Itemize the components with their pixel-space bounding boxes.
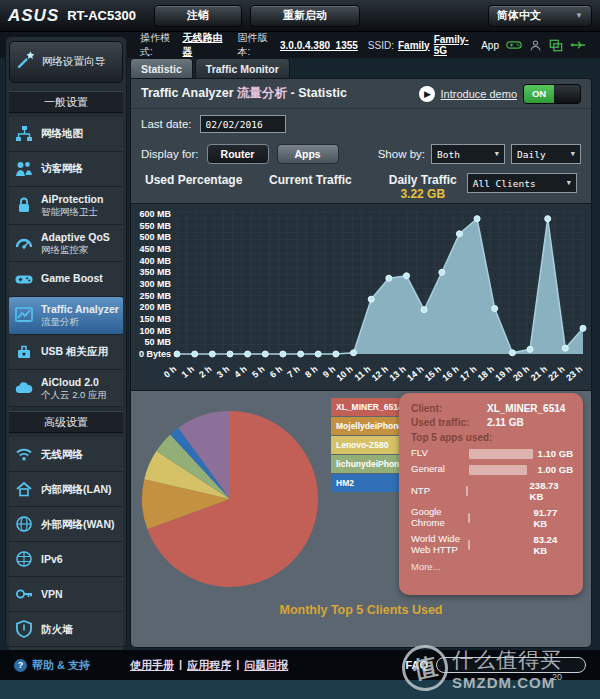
faq-search-input[interactable] <box>436 657 586 673</box>
app-name: World Wide Web HTTP <box>411 534 468 556</box>
title-row: Traffic Analyzer 流量分析 - Statistic ▶ Intr… <box>131 79 591 109</box>
sidebar-item-shield-lock[interactable]: AiProtection智能网络卫士 <box>9 187 123 225</box>
footer-bar: ? 帮助 & 支持 使用手册|应用程序|问题回报 FAQ <box>0 650 600 680</box>
app-usage-value: 1.10 GB <box>538 448 573 459</box>
sidebar-item-label: 访客网络 <box>41 162 83 175</box>
app-usage-value: 83.24 KB <box>533 534 573 556</box>
chevron-down-icon: ▼ <box>567 179 571 187</box>
sidebar-item-usb-apps[interactable]: USB 相关应用 <box>9 335 123 370</box>
sidebar-item-label: AiProtection智能网络卫士 <box>41 193 103 218</box>
sidebar-item-traffic-chart[interactable]: Traffic Analyzer流量分析 <box>9 297 123 335</box>
app-usage-bar <box>469 449 535 459</box>
usb-icon[interactable] <box>570 39 586 51</box>
app-usage-bar <box>469 465 535 475</box>
footer-link-0[interactable]: 使用手册 <box>130 658 174 673</box>
pie-caption: Monthly Top 5 Clients Used <box>131 603 591 617</box>
introduce-demo-link[interactable]: Introduce demo <box>441 88 517 100</box>
main-panel: Traffic Analyzer 流量分析 - Statistic ▶ Intr… <box>130 78 592 648</box>
sidebar-item-firewall[interactable]: 防火墙 <box>9 612 123 647</box>
clients-pie-chart[interactable] <box>133 399 333 603</box>
display-for-row: Display for: Router Apps Show by: Both▼ … <box>131 139 591 169</box>
hourly-traffic-area-chart[interactable]: 600 MB550 MB500 MB450 MB400 MB350 MB300 … <box>131 203 591 391</box>
used-percentage-col[interactable]: Used Percentage <box>145 173 269 187</box>
svg-text:550 MB: 550 MB <box>139 221 171 231</box>
demo-controls: ▶ Introduce demo ON <box>419 84 581 104</box>
ssid-link-1[interactable]: Family <box>398 40 430 51</box>
language-select[interactable]: 简体中文 ▼ <box>488 5 592 27</box>
legend-item-0[interactable]: XL_MINER_6514 <box>331 398 405 416</box>
tab-traffic-monitor[interactable]: Traffic Monitor <box>195 58 290 78</box>
lan-icon <box>13 478 35 500</box>
link-separator: | <box>236 658 239 673</box>
last-date-input[interactable] <box>200 115 286 133</box>
app-usage-bar <box>466 486 529 496</box>
sidebar-general-menu: 网络地图访客网络AiProtection智能网络卫士Adaptive QoS网络… <box>9 117 123 407</box>
sidebar-item-wifi[interactable]: 无线网络 <box>9 437 123 472</box>
app-usage-row: FLV1.10 GB <box>411 448 573 459</box>
analyzer-toggle[interactable]: ON <box>523 84 581 104</box>
page-title-suffix: - Statistic <box>287 86 347 100</box>
firmware-link[interactable]: 3.0.0.4.380_1355 <box>280 40 358 51</box>
more-link[interactable]: More... <box>411 561 573 572</box>
advanced-settings-header: 高级设置 <box>9 411 123 433</box>
app-usage-value: 238.73 KB <box>530 480 573 502</box>
footer-link-2[interactable]: 问题回报 <box>244 658 288 673</box>
sidebar-item-wan[interactable]: 外部网络(WAN) <box>9 507 123 542</box>
current-traffic-col[interactable]: Current Traffic <box>269 173 379 187</box>
sidebar-item-network-map[interactable]: 网络地图 <box>9 117 123 152</box>
language-label: 简体中文 <box>497 8 541 23</box>
clients-select[interactable]: All Clients▼ <box>467 173 577 193</box>
svg-text:0 Bytes: 0 Bytes <box>139 349 171 359</box>
router-button[interactable]: Router <box>207 144 269 164</box>
show-by-group: Show by: Both▼ Daily▼ <box>378 144 581 164</box>
sidebar-item-guest-network[interactable]: 访客网络 <box>9 152 123 187</box>
legend-item-2[interactable]: Lenovo-Z580 <box>331 436 405 454</box>
op-mode-link[interactable]: 无线路由器 <box>183 31 228 59</box>
ipv6-icon <box>13 548 35 570</box>
sidebar-item-gauge[interactable]: Adaptive QoS网络监控家 <box>9 225 123 263</box>
toggle-knob <box>554 85 580 103</box>
sidebar-item-gamepad[interactable]: Game Boost <box>9 262 123 297</box>
cloud-icon <box>13 377 35 399</box>
play-icon[interactable]: ▶ <box>419 86 435 102</box>
legend-item-3[interactable]: lichunydeiPhone <box>331 455 405 473</box>
sidebar-item-lan[interactable]: 内部网络(LAN) <box>9 472 123 507</box>
sidebar-item-cloud[interactable]: AiCloud 2.0个人云 2.0 应用 <box>9 370 123 408</box>
copyright-fragment: 20 <box>552 672 562 682</box>
legend-item-1[interactable]: MojellydeiPhone <box>331 417 405 435</box>
ssid-link-2[interactable]: Family-5G <box>434 34 478 56</box>
show-by-select-daily[interactable]: Daily▼ <box>511 144 581 164</box>
client-detail-panel: Client: XL_MINER_6514 Used traffic: 2.11… <box>399 393 583 595</box>
reboot-button[interactable]: 重新启动 <box>250 5 360 27</box>
usb-apps-icon <box>13 341 35 363</box>
game-controller-icon[interactable] <box>506 39 522 51</box>
printer-icon[interactable] <box>529 39 542 52</box>
logout-button[interactable]: 注销 <box>154 5 242 27</box>
apps-button[interactable]: Apps <box>277 144 339 164</box>
daily-traffic-value: 3.22 GB <box>400 187 445 201</box>
sidebar-item-vpn[interactable]: VPN <box>9 577 123 612</box>
top5-apps-label: Top 5 apps used: <box>411 432 573 443</box>
svg-text:350 MB: 350 MB <box>139 267 171 277</box>
sidebar-item-label: USB 相关应用 <box>41 345 108 358</box>
quick-setup-wizard-button[interactable]: 网络设置向导 <box>9 41 123 83</box>
svg-text:150 MB: 150 MB <box>139 314 171 324</box>
show-by-select-both[interactable]: Both▼ <box>431 144 505 164</box>
tab-statistic[interactable]: Statistic <box>130 58 193 78</box>
wizard-label: 网络设置向导 <box>42 55 105 69</box>
help-support-link[interactable]: ? 帮助 & 支持 <box>14 658 90 673</box>
link-separator: | <box>179 658 182 673</box>
guest-network-icon <box>13 158 35 180</box>
footer-link-1[interactable]: 应用程序 <box>187 658 231 673</box>
clients-icon[interactable] <box>549 39 563 52</box>
daily-traffic-col[interactable]: Daily Traffic 3.22 GB <box>379 173 467 201</box>
sidebar-item-ipv6[interactable]: IPv6 <box>9 542 123 577</box>
chevron-down-icon: ▼ <box>571 150 575 158</box>
app-usage-row: World Wide Web HTTP83.24 KB <box>411 534 573 556</box>
sidebar-item-label: Adaptive QoS网络监控家 <box>41 231 110 256</box>
legend-item-4[interactable]: HM2 <box>331 474 405 492</box>
question-icon: ? <box>14 659 27 672</box>
page-title-cn: 流量分析 <box>237 86 287 100</box>
sidebar-item-label: Traffic Analyzer流量分析 <box>41 303 119 328</box>
used-traffic-value: 2.11 GB <box>487 417 524 428</box>
